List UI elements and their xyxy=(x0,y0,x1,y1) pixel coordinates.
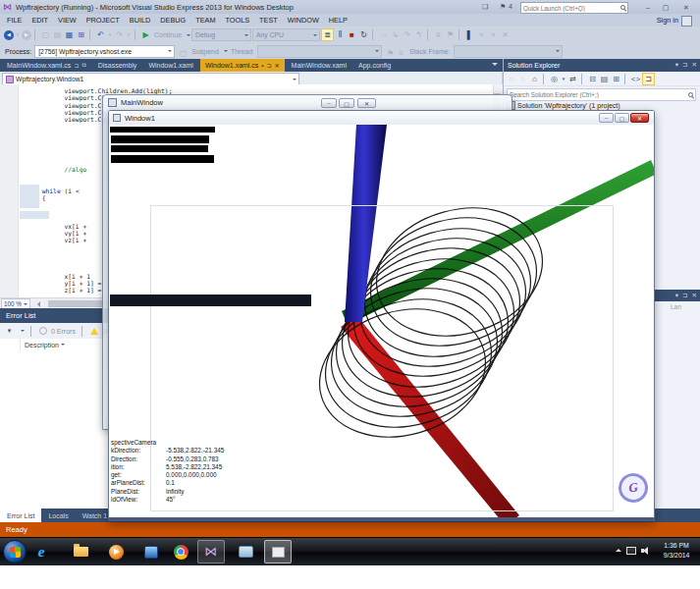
panel-dropdown-icon[interactable]: ▾ xyxy=(675,290,678,301)
dirty-icon[interactable]: ▪ xyxy=(261,63,263,69)
continue-button[interactable]: Continue xyxy=(154,31,182,38)
solution-explorer-header[interactable]: Solution Explorer ▾ ⊐ ✕ xyxy=(504,59,700,72)
taskbar-windows-explorer[interactable] xyxy=(68,540,93,563)
taskbar-internet-explorer[interactable]: e xyxy=(28,540,54,563)
close-button[interactable]: ✕ xyxy=(677,2,695,13)
solution-node[interactable]: Solution 'Wpftrajectory' (1 project) xyxy=(507,101,620,110)
open-file-icon[interactable]: ▤ xyxy=(52,28,63,41)
se-preview-icon[interactable]: ⊐ xyxy=(642,73,655,85)
avatar[interactable] xyxy=(681,16,692,27)
thread-combo[interactable] xyxy=(257,45,382,58)
flag-threads-icon[interactable]: ⚑ xyxy=(445,28,456,41)
nav-back-dropdown[interactable]: ▾ xyxy=(15,28,21,41)
se-sync-icon[interactable]: ⇄ xyxy=(567,73,578,85)
maximize-button[interactable]: ▢ xyxy=(615,113,629,123)
process-combo[interactable]: [2756] Wpftrajectory.vshost.exe xyxy=(34,45,175,58)
attach-icon[interactable]: ≣ xyxy=(321,28,334,41)
close-button[interactable]: ✕ xyxy=(630,113,649,123)
maximize-button[interactable]: ▢ xyxy=(339,98,354,108)
solution-search-input[interactable] xyxy=(508,91,687,98)
undo-icon[interactable]: ↶ xyxy=(95,28,106,41)
se-properties-icon[interactable]: ▤ xyxy=(599,73,610,85)
tray-expand-icon[interactable] xyxy=(616,546,621,552)
doc-tab-disassembly[interactable]: Disassembly xyxy=(93,59,142,72)
menu-item-view[interactable]: VIEW xyxy=(53,14,81,27)
close-icon[interactable]: ✕ xyxy=(275,62,280,69)
menu-item-team[interactable]: TEAM xyxy=(190,14,220,27)
notifications-flag-icon[interactable]: ⚑ xyxy=(500,3,506,11)
doc-tab-window1.xaml.cs[interactable]: Window1.xaml.cs▪⊐✕ xyxy=(200,59,285,72)
minimize-button[interactable]: – xyxy=(321,98,337,108)
continue-icon[interactable]: ▶ xyxy=(140,28,151,41)
doc-tab-app.config[interactable]: App.config xyxy=(353,59,396,72)
nav-back-icon[interactable]: ◀ xyxy=(4,30,14,40)
volume-icon[interactable] xyxy=(641,547,650,556)
pin-icon[interactable]: ⊐ xyxy=(74,62,79,69)
maximize-button[interactable]: ▢ xyxy=(658,2,673,13)
redo-icon[interactable]: ↷ xyxy=(114,28,125,41)
continue-dropdown[interactable] xyxy=(187,34,190,38)
se-back-icon[interactable]: ◌ xyxy=(506,73,516,85)
menu-item-file[interactable]: FILE xyxy=(2,14,27,27)
save-all-icon[interactable]: ⊞ xyxy=(76,28,86,41)
step-over-icon[interactable]: ↷ xyxy=(402,28,412,41)
taskbar-aero-app[interactable] xyxy=(233,540,258,563)
quick-launch-input[interactable] xyxy=(521,4,619,12)
stop-debug-icon[interactable]: ■ xyxy=(347,28,357,41)
show-next-statement-icon[interactable]: → xyxy=(378,28,389,41)
window1-app-window[interactable]: Window1 – ▢ ✕ xyxy=(108,110,655,521)
breakpoint-margin[interactable] xyxy=(0,84,19,297)
window1-content[interactable]: spectiveCamerakDirection:-5.538,2.822,-2… xyxy=(109,125,654,517)
bookmark-next-icon[interactable]: » xyxy=(488,28,499,41)
bookmark-prev-icon[interactable]: « xyxy=(476,28,487,41)
se-view-code-icon[interactable]: <> xyxy=(630,73,641,85)
sign-in-link[interactable]: Sign in xyxy=(657,14,678,27)
doc-tab-mainwindow.xaml.cs[interactable]: MainWindow.xaml.cs⊐⧉ xyxy=(2,59,91,72)
doc-tab-window1.xaml[interactable]: Window1.xaml xyxy=(143,59,198,72)
restart-icon[interactable]: ↻ xyxy=(358,28,369,41)
taskbar-clock[interactable]: 1:36 PM 9/3/2014 xyxy=(655,541,698,561)
description-column[interactable]: Description xyxy=(25,342,59,348)
se-home-icon[interactable]: ⌂ xyxy=(529,73,540,85)
errors-filter-button[interactable]: 0 Errors xyxy=(51,328,76,335)
undo-dropdown[interactable]: ▾ xyxy=(107,28,113,41)
suspend-dropdown[interactable] xyxy=(224,50,228,54)
pin-icon[interactable]: ⊐ xyxy=(267,62,272,69)
taskbar-chrome[interactable] xyxy=(168,540,193,563)
se-show-all-files-icon[interactable]: ⊞ xyxy=(611,73,621,85)
menu-item-tools[interactable]: TOOLS xyxy=(221,14,255,27)
suspend-label[interactable]: Suspend xyxy=(191,48,219,55)
taskbar-visual-studio[interactable]: ⋈ xyxy=(197,540,225,563)
hex-icon[interactable]: # xyxy=(433,28,444,41)
black-bar[interactable] xyxy=(111,145,208,152)
black-bar[interactable] xyxy=(110,127,215,133)
taskbar-messenger[interactable] xyxy=(138,540,164,563)
description-sort-icon[interactable] xyxy=(61,344,65,348)
black-bar[interactable] xyxy=(111,155,214,163)
minimize-button[interactable]: – xyxy=(640,2,656,13)
feedback-icon[interactable]: ❏ xyxy=(482,3,488,11)
panel-close-icon[interactable]: ✕ xyxy=(692,290,697,301)
close-button[interactable]: ✕ xyxy=(357,98,376,108)
panel-pin-icon[interactable]: ⊐ xyxy=(682,59,687,71)
notifications-count[interactable]: 4 xyxy=(509,3,512,10)
mainwindow-title-bar[interactable]: MainWindow xyxy=(103,95,512,110)
panel-tab-locals[interactable]: Locals xyxy=(41,509,75,522)
menu-item-test[interactable]: TEST xyxy=(254,14,283,27)
bookmark-icon[interactable]: ▌ xyxy=(464,28,475,41)
solution-explorer-search[interactable] xyxy=(507,88,696,101)
scroll-left-icon[interactable] xyxy=(34,301,40,307)
quick-launch-box[interactable] xyxy=(520,2,628,14)
taskbar-running-app[interactable] xyxy=(264,540,292,563)
panel-pin-icon[interactable]: ⊐ xyxy=(682,290,687,301)
bookmark-clear-icon[interactable]: ✕ xyxy=(500,28,511,41)
step-out-icon[interactable]: ↰ xyxy=(413,28,424,41)
menu-item-project[interactable]: PROJECT xyxy=(81,14,125,27)
filter-funnel-icon[interactable]: ▼ xyxy=(4,325,15,338)
stack-frame-combo[interactable] xyxy=(454,45,563,58)
se-collapse-all-icon[interactable]: ⊟ xyxy=(587,73,598,85)
new-file-icon[interactable]: ▢ xyxy=(40,28,51,41)
black-bar[interactable] xyxy=(111,135,209,143)
break-all-icon[interactable]: Ⅱ xyxy=(335,28,346,41)
se-forward-icon[interactable]: ◌ xyxy=(517,73,528,85)
